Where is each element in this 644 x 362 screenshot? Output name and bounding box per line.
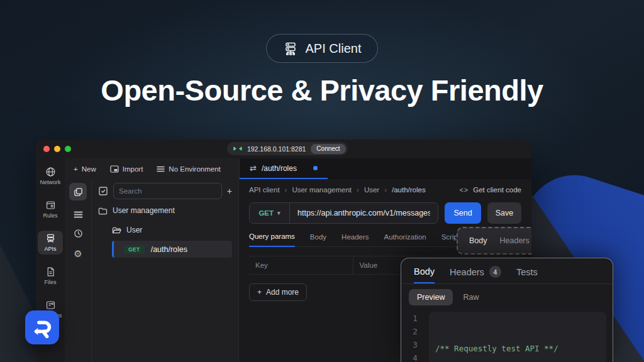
method-dropdown[interactable]: GET ▾ — [250, 203, 290, 223]
breadcrumb-item[interactable]: API client — [249, 186, 280, 194]
globe-icon — [45, 167, 56, 177]
raw-toggle[interactable]: Raw — [463, 293, 479, 302]
environment-label: No Environment — [169, 165, 220, 173]
url-group: GET ▾ — [249, 202, 438, 224]
chevron-down-icon: ▾ — [277, 210, 280, 216]
collection-folder-user-management[interactable]: User management — [98, 202, 232, 219]
sidebar-item-rules[interactable]: Rules — [38, 197, 63, 221]
settings-icon[interactable]: ⚙ — [74, 249, 82, 258]
method-badge: GET — [124, 245, 145, 254]
line-number: 4 — [401, 351, 429, 362]
folder-label: User — [126, 226, 142, 234]
breadcrumb: API client › User management › User › /a… — [249, 179, 521, 200]
collection-folder-user[interactable]: User — [98, 222, 232, 238]
breadcrumb-item[interactable]: User management — [292, 186, 352, 194]
response-tab-headers-label: Headers — [450, 267, 484, 277]
collections-icon — [74, 187, 83, 197]
headers-count-badge: 4 — [489, 266, 501, 278]
add-request-button[interactable]: + — [227, 186, 232, 196]
get-client-code-button[interactable]: <> Get client code — [459, 186, 521, 194]
rules-icon — [45, 200, 56, 211]
plus-icon: + — [257, 288, 262, 297]
url-input[interactable] — [290, 203, 438, 223]
multi-select-icon[interactable] — [98, 186, 108, 196]
column-header-key: Key — [249, 256, 353, 274]
tab-query-params[interactable]: Query params — [249, 233, 295, 247]
plus-icon: + — [74, 165, 78, 173]
line-numbers: 1 2 3 4 — [401, 312, 429, 362]
collections-search-row: + — [98, 183, 232, 199]
sidebar-item-network[interactable]: Network — [38, 164, 63, 188]
chevron-right-icon: › — [384, 186, 387, 194]
sidebar-item-label: Network — [40, 179, 60, 185]
new-button[interactable]: + New — [74, 165, 96, 173]
request-tab-label: /auth/roles — [262, 164, 297, 173]
swap-icon: ⇄ — [250, 163, 257, 173]
request-tabstrip: ⇄ /auth/roles — [239, 158, 531, 179]
import-button-label: Import — [123, 165, 143, 173]
import-icon — [110, 165, 119, 173]
code-icon: <> — [459, 186, 469, 194]
breadcrumb-item[interactable]: User — [364, 186, 379, 194]
hero-section: API Client Open-Source & Privacy Friendl… — [0, 0, 644, 107]
code-content[interactable]: /** Requestly test API **/ "args": { "us… — [429, 312, 606, 362]
toolbar-left: + New Import — [65, 158, 239, 179]
tab-authorization[interactable]: Authorization — [384, 233, 426, 246]
sidebar-item-label: Rules — [43, 212, 57, 219]
page-title: Open-Source & Privacy Friendly — [0, 73, 644, 107]
method-value: GET — [258, 209, 274, 217]
folder-open-icon — [112, 226, 121, 234]
peek-tab-body[interactable]: Body — [469, 236, 487, 245]
request-tab-auth-roles[interactable]: ⇄ /auth/roles — [240, 158, 328, 179]
new-button-label: New — [82, 165, 96, 173]
request-item-label: /auth/roles — [151, 245, 187, 254]
line-number: 2 — [401, 325, 429, 338]
breadcrumb-item[interactable]: /auth/roles — [392, 186, 426, 194]
file-icon — [45, 266, 56, 277]
chevron-right-icon: › — [285, 186, 287, 194]
response-tab-body[interactable]: Body — [414, 266, 435, 283]
collections-mini-rail: ⚙ — [65, 179, 92, 362]
environment-selector[interactable]: No Environment — [157, 165, 220, 173]
sidebar-item-files[interactable]: Files — [38, 264, 63, 288]
api-client-badge: API Client — [266, 34, 379, 63]
zoom-window-button[interactable] — [65, 146, 71, 152]
sidebar-item-label: APIs — [44, 246, 56, 252]
connect-button[interactable]: Connect — [311, 144, 345, 154]
list-view-icon[interactable] — [74, 211, 83, 218]
page: API Client Open-Source & Privacy Friendl… — [0, 0, 644, 362]
connection-icon — [233, 146, 242, 151]
history-icon[interactable] — [74, 229, 83, 238]
sessions-icon — [45, 300, 56, 310]
import-button[interactable]: Import — [110, 165, 143, 173]
unsaved-dot — [313, 166, 318, 170]
sidebar-item-apis[interactable]: APIs — [38, 231, 63, 255]
device-address: 192.168.0.101:8281 — [247, 145, 306, 153]
traffic-lights — [43, 146, 71, 152]
request-bar: GET ▾ Send Save — [249, 202, 521, 224]
response-panel: Body Headers 4 Tests Preview Raw 1 2 3 4… — [401, 258, 613, 362]
preview-toggle[interactable]: Preview — [409, 289, 453, 305]
save-button[interactable]: Save — [487, 202, 521, 224]
environment-icon — [157, 166, 165, 172]
collections-view-button[interactable] — [69, 183, 87, 200]
requestly-logo — [25, 310, 59, 344]
response-tab-tests[interactable]: Tests — [516, 267, 538, 283]
request-item-auth-roles[interactable]: GET /auth/roles — [112, 241, 232, 258]
add-more-button[interactable]: + Add more — [249, 283, 307, 301]
add-more-label: Add more — [266, 288, 299, 297]
tab-headers[interactable]: Headers — [341, 233, 369, 246]
tab-body[interactable]: Body — [310, 233, 326, 246]
close-window-button[interactable] — [43, 146, 50, 152]
badge-label: API Client — [306, 41, 362, 56]
response-panel-tabs: Body Headers 4 Tests — [401, 258, 613, 284]
code-line: /** Requestly test API **/ — [435, 342, 600, 355]
send-button[interactable]: Send — [445, 202, 481, 224]
response-tab-headers[interactable]: Headers 4 — [450, 266, 501, 283]
folder-label: User management — [113, 206, 175, 215]
peek-tab-headers[interactable]: Headers — [500, 236, 530, 245]
search-input[interactable] — [113, 183, 222, 199]
window-titlebar: 192.168.0.101:8281 Connect — [36, 140, 531, 158]
minimize-window-button[interactable] — [54, 146, 60, 152]
collections-panel: + User management — [92, 179, 239, 362]
